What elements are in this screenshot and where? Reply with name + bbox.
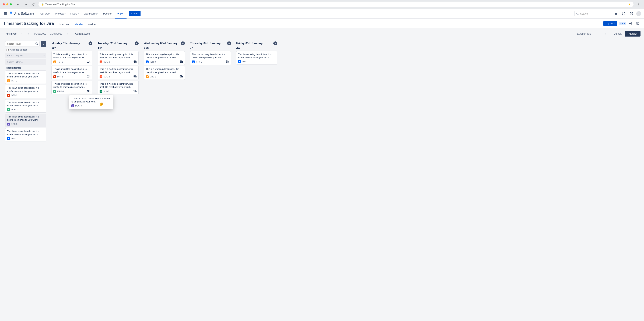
global-search[interactable]: [574, 11, 611, 16]
chevron-down-icon: ▾: [44, 61, 44, 63]
reload-button[interactable]: [31, 1, 36, 7]
day-title: Wednesday 03rd January: [144, 42, 178, 45]
filter-toggle-icon[interactable]: [40, 41, 46, 47]
assigned-to-user-checkbox[interactable]: Assigned to user: [5, 48, 46, 51]
issue-type-icon: ■: [238, 60, 241, 63]
recent-issues-heading: Recent issues: [6, 66, 46, 69]
app-settings-icon[interactable]: [635, 21, 640, 26]
minimize-window-button[interactable]: [6, 3, 8, 5]
nav-item-projects[interactable]: Projects ▾: [53, 9, 68, 18]
worklog-card[interactable]: This is a worklog description, it is use…: [98, 81, 138, 94]
add-worklog-button[interactable]: +: [227, 41, 231, 45]
date-to: 01/07/2022: [50, 32, 62, 35]
whats-new-icon[interactable]: [628, 21, 633, 26]
tab-timeline[interactable]: Timeline: [86, 23, 96, 28]
assigned-checkbox-input[interactable]: [6, 49, 8, 51]
issue-card[interactable]: This is an Issue description, it is usef…: [5, 99, 46, 113]
search-icon: [576, 12, 579, 15]
nav-item-your-work[interactable]: Your work: [37, 9, 52, 18]
grab-cursor-icon: ✊: [100, 102, 103, 106]
chevron-down-icon: ▾: [605, 33, 606, 35]
issue-type-icon: ■: [7, 137, 10, 140]
tab-timesheet[interactable]: Timesheet: [58, 23, 70, 28]
issue-card[interactable]: This is an Issue description, it is usef…: [5, 70, 46, 84]
nav-label: People: [103, 12, 111, 15]
search-issues-input[interactable]: [7, 42, 34, 45]
docs-badge[interactable]: DOCS: [618, 22, 626, 25]
close-window-button[interactable]: [3, 3, 5, 5]
add-worklog-button[interactable]: +: [273, 41, 277, 45]
issue-key-row: ■LVH-1: [7, 94, 44, 97]
nav-item-dashboards[interactable]: Dashboards ▾: [82, 9, 100, 18]
user-filter-dropdown[interactable]: April hyde ▾: [4, 31, 24, 36]
global-search-input[interactable]: [580, 12, 609, 15]
notifications-icon[interactable]: [613, 11, 619, 16]
drag-ghost-key: DCC-3: [75, 105, 82, 107]
address-bar[interactable]: 🔒 Timesheet Tracking for Jira ★: [38, 1, 634, 7]
view-kanban-button[interactable]: Kanban: [625, 31, 640, 36]
next-week-button[interactable]: ›: [65, 31, 71, 36]
worklog-card[interactable]: This is a worklog description, it is use…: [52, 51, 92, 65]
worklog-card[interactable]: This is a worklog description, it is use…: [52, 66, 92, 79]
svg-point-9: [576, 12, 578, 14]
worklog-card[interactable]: This is a worklog description, it is use…: [190, 51, 231, 65]
bookmark-star-icon[interactable]: ★: [628, 3, 631, 6]
add-worklog-button[interactable]: +: [181, 41, 185, 45]
jira-logo-icon: [9, 11, 13, 16]
date-range[interactable]: 01/01/2022 - 01/07/2022: [32, 31, 64, 36]
issue-type-icon: ■: [7, 94, 10, 97]
worklog-key-row: ■DCC-3: [100, 75, 110, 78]
worklog-card[interactable]: This is a worklog description, it is use…: [236, 51, 277, 64]
worklog-desc: This is a worklog description, it is use…: [238, 53, 275, 59]
issue-card[interactable]: This is an Issue description, it is usef…: [5, 128, 46, 141]
jira-logo[interactable]: Jira Software: [9, 11, 34, 16]
filter-bar: April hyde ▾ ‹ 01/01/2022 - 01/07/2022 ›…: [0, 28, 644, 39]
prev-week-button[interactable]: ‹: [26, 31, 31, 36]
tab-calendar[interactable]: Calendar: [73, 23, 83, 28]
create-button[interactable]: Create: [128, 11, 140, 16]
worklog-key-row: ■MPR-3: [54, 90, 64, 93]
worklog-key: MPR-3: [57, 90, 64, 93]
app-switcher-icon[interactable]: [3, 11, 8, 16]
user-avatar[interactable]: [636, 11, 641, 16]
back-button[interactable]: [16, 1, 21, 7]
worklog-card[interactable]: This is a worklog description, it is use…: [144, 51, 185, 65]
timezone-dropdown[interactable]: Europe/Paris ▾: [575, 31, 608, 36]
nav-item-people[interactable]: People ▾: [101, 9, 114, 18]
svg-rect-6: [4, 14, 5, 15]
worklog-card[interactable]: This is a worklog description, it is use…: [52, 81, 92, 94]
worklog-key: DCC-3: [104, 75, 110, 78]
settings-icon[interactable]: [628, 11, 634, 16]
nav-item-filters[interactable]: Filters ▾: [68, 9, 81, 18]
filters-filter-dropdown[interactable]: Search Filters... ▾: [5, 59, 46, 65]
day-column: Monday 01st January+10hThis is a worklog…: [50, 39, 94, 132]
filters-filter-label: Search Filters...: [7, 61, 23, 63]
worklog-card[interactable]: This is a worklog description, it is use…: [98, 66, 138, 79]
issue-type-icon: ◆: [72, 104, 74, 107]
day-total-hours: 14h: [98, 46, 138, 49]
view-default-button[interactable]: Default: [610, 31, 625, 36]
projects-filter-label: Search Projects...: [7, 54, 25, 57]
worklog-key-row: ■MRV-3: [192, 60, 202, 63]
lock-icon: 🔒: [41, 3, 44, 5]
current-week-button[interactable]: Current week: [73, 31, 92, 36]
nav-item-apps[interactable]: Apps ▾: [115, 9, 126, 18]
chevron-down-icon: ▾: [98, 12, 98, 14]
jira-topnav: Jira Software Your workProjects ▾Filters…: [0, 9, 644, 18]
worklog-card[interactable]: This is a worklog description, it is use…: [98, 51, 138, 65]
issue-card[interactable]: This is an Issue description, it is usef…: [5, 85, 46, 98]
search-issues-field[interactable]: [5, 41, 40, 47]
day-title: Monday 01st January: [52, 42, 80, 45]
svg-rect-8: [6, 14, 7, 15]
forward-button[interactable]: [23, 1, 29, 7]
worklog-card[interactable]: This is a worklog description, it is use…: [144, 66, 185, 79]
projects-filter-dropdown[interactable]: Search Projects... ▾: [5, 53, 46, 58]
browser-menu-button[interactable]: ⋮: [636, 3, 641, 6]
add-worklog-button[interactable]: +: [88, 41, 92, 45]
drag-ghost-card: This is an Issue description, it is usef…: [69, 95, 113, 109]
add-worklog-button[interactable]: +: [135, 41, 138, 45]
log-work-button[interactable]: Log work: [604, 21, 617, 26]
help-icon[interactable]: [621, 11, 626, 16]
maximize-window-button[interactable]: [10, 3, 12, 5]
issue-card[interactable]: This is an Issue description, it is usef…: [5, 114, 46, 127]
